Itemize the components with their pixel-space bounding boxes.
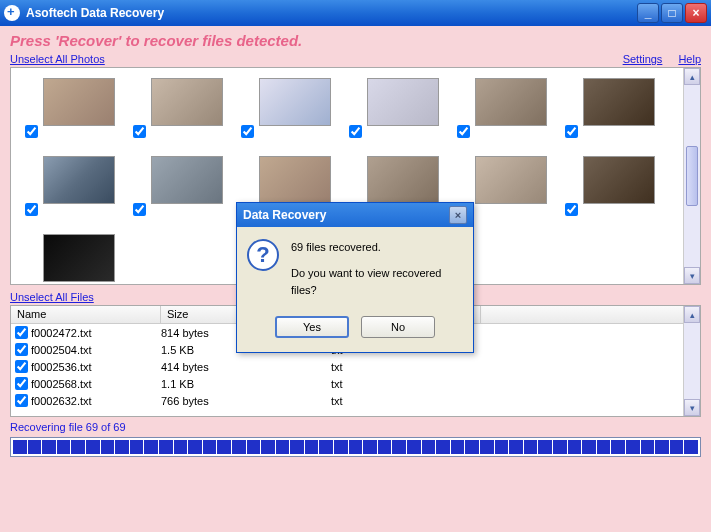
- thumbnail: [259, 156, 331, 204]
- unselect-all-photos-link[interactable]: Unselect All Photos: [10, 53, 105, 65]
- thumbnail: [151, 156, 223, 204]
- file-size: 1.1 KB: [161, 378, 331, 390]
- photos-scrollbar[interactable]: ▴ ▾: [683, 68, 700, 284]
- thumbnail: [475, 78, 547, 126]
- file-checkbox[interactable]: [15, 394, 28, 407]
- scroll-down-arrow[interactable]: ▾: [684, 399, 700, 416]
- file-name: f0002568.txt: [31, 378, 161, 390]
- photo-item[interactable]: [25, 78, 115, 138]
- dialog-titlebar: Data Recovery ×: [237, 203, 473, 227]
- dialog-line1: 69 files recovered.: [291, 239, 463, 257]
- file-name: f0002632.txt: [31, 395, 161, 407]
- thumbnail: [367, 78, 439, 126]
- scroll-down-arrow[interactable]: ▾: [684, 267, 700, 284]
- no-button[interactable]: No: [361, 316, 435, 338]
- close-button[interactable]: ×: [685, 3, 707, 23]
- thumbnail: [475, 156, 547, 204]
- photo-checkbox[interactable]: [25, 125, 38, 138]
- file-ext: txt: [331, 378, 481, 390]
- file-ext: txt: [331, 395, 481, 407]
- file-checkbox[interactable]: [15, 343, 28, 356]
- maximize-button[interactable]: □: [661, 3, 683, 23]
- status-text: Recovering file 69 of 69: [10, 421, 701, 433]
- file-row[interactable]: f0002632.txt766 bytestxt: [11, 392, 700, 409]
- scroll-up-arrow[interactable]: ▴: [684, 68, 700, 85]
- photo-checkbox[interactable]: [565, 203, 578, 216]
- minimize-button[interactable]: _: [637, 3, 659, 23]
- dialog-line2: Do you want to view recovered files?: [291, 265, 463, 300]
- photo-item[interactable]: [457, 78, 547, 138]
- file-checkbox[interactable]: [15, 326, 28, 339]
- settings-link[interactable]: Settings: [623, 53, 663, 65]
- file-name: f0002504.txt: [31, 344, 161, 356]
- thumbnail: [43, 156, 115, 204]
- col-header-name[interactable]: Name: [11, 306, 161, 323]
- progress-bar: [10, 437, 701, 457]
- thumbnail: [43, 78, 115, 126]
- thumbnail: [583, 156, 655, 204]
- photo-checkbox[interactable]: [133, 125, 146, 138]
- photo-item[interactable]: [25, 234, 115, 285]
- photo-checkbox[interactable]: [241, 125, 254, 138]
- question-icon: ?: [247, 239, 279, 271]
- thumbnail: [151, 78, 223, 126]
- photo-item[interactable]: [133, 78, 223, 138]
- yes-button[interactable]: Yes: [275, 316, 349, 338]
- photo-item[interactable]: [565, 156, 655, 216]
- scroll-thumb[interactable]: [686, 146, 698, 206]
- file-checkbox[interactable]: [15, 360, 28, 373]
- photo-checkbox[interactable]: [133, 203, 146, 216]
- unselect-all-files-link[interactable]: Unselect All Files: [10, 291, 94, 303]
- scroll-up-arrow[interactable]: ▴: [684, 306, 700, 323]
- col-header-blank: [481, 306, 700, 323]
- thumbnail: [43, 234, 115, 282]
- instruction-text: Press 'Recover' to recover files detecte…: [10, 32, 701, 49]
- photo-checkbox[interactable]: [25, 203, 38, 216]
- photo-item[interactable]: [25, 156, 115, 216]
- dialog-message: 69 files recovered. Do you want to view …: [291, 239, 463, 300]
- help-link[interactable]: Help: [678, 53, 701, 65]
- window-title: Asoftech Data Recovery: [26, 6, 635, 20]
- photo-item[interactable]: [241, 78, 331, 138]
- file-name: f0002472.txt: [31, 327, 161, 339]
- file-row[interactable]: f0002568.txt1.1 KBtxt: [11, 375, 700, 392]
- files-scrollbar[interactable]: ▴ ▾: [683, 306, 700, 416]
- photo-item[interactable]: [349, 78, 439, 138]
- app-icon: [4, 5, 20, 21]
- file-size: 766 bytes: [161, 395, 331, 407]
- file-size: 414 bytes: [161, 361, 331, 373]
- photo-checkbox[interactable]: [457, 125, 470, 138]
- thumbnail: [583, 78, 655, 126]
- file-name: f0002536.txt: [31, 361, 161, 373]
- photo-item[interactable]: [565, 78, 655, 138]
- file-row[interactable]: f0002536.txt414 bytestxt: [11, 358, 700, 375]
- confirmation-dialog: Data Recovery × ? 69 files recovered. Do…: [236, 202, 474, 353]
- dialog-close-button[interactable]: ×: [449, 206, 467, 224]
- photo-item[interactable]: [133, 156, 223, 216]
- thumbnail: [367, 156, 439, 204]
- file-ext: txt: [331, 361, 481, 373]
- photo-checkbox[interactable]: [565, 125, 578, 138]
- window-titlebar: Asoftech Data Recovery _ □ ×: [0, 0, 711, 26]
- file-checkbox[interactable]: [15, 377, 28, 390]
- dialog-title: Data Recovery: [243, 208, 326, 222]
- thumbnail: [259, 78, 331, 126]
- photo-checkbox[interactable]: [349, 125, 362, 138]
